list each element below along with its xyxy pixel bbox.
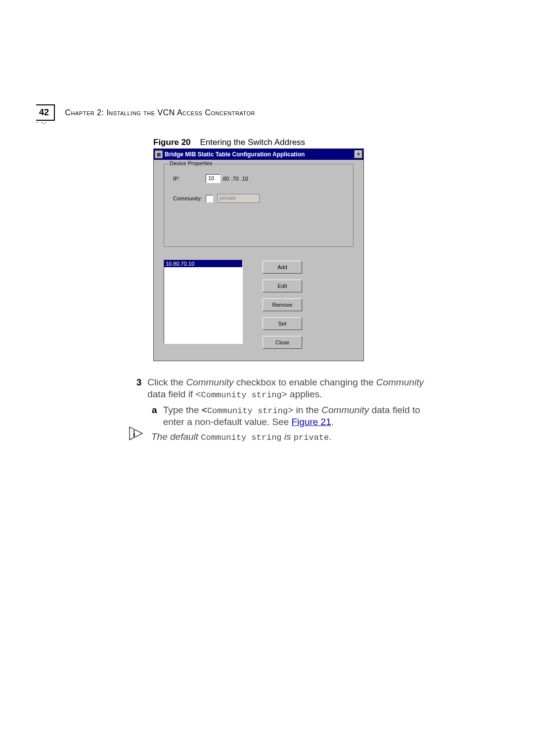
close-icon[interactable]: ×	[355, 150, 362, 158]
device-properties-fieldset: Device Properties IP: 10 .80 .70 .10 Com…	[164, 164, 354, 247]
step-3: 3 Click the Community checkbox to enable…	[134, 377, 441, 400]
figure-caption: Figure 20 Entering the Switch Address	[153, 138, 305, 147]
list-item[interactable]: 10.80.70.10	[164, 260, 242, 267]
chapter-label: Chapter 2: Installing the VCN Access Con…	[65, 108, 255, 117]
ip-octet-1[interactable]: 10	[206, 174, 221, 183]
ip-row: IP: 10 .80 .70 .10	[173, 174, 344, 183]
ip-octet-4: .10	[241, 176, 248, 182]
set-button[interactable]: Set	[263, 317, 302, 330]
svg-point-1	[133, 430, 134, 431]
ip-octet-3: .70	[231, 176, 238, 182]
remove-button[interactable]: Remove	[263, 298, 302, 311]
step-3-text: Click the Community checkbox to enable c…	[147, 377, 441, 400]
figure-link[interactable]: Figure 21	[291, 417, 331, 427]
svg-marker-0	[130, 427, 142, 440]
figure-title: Entering the Switch Address	[200, 138, 306, 147]
community-label: Community:	[173, 195, 206, 201]
community-input[interactable]: private	[217, 194, 260, 203]
close-button[interactable]: Close	[263, 336, 302, 349]
lower-area: 10.80.70.10 Add Edit Remove Set Close	[164, 260, 354, 349]
step-a: a Type the <Community string> in the Com…	[151, 404, 441, 428]
svg-rect-2	[134, 432, 134, 437]
step-a-text: Type the <Community string> in the Commu…	[163, 404, 441, 428]
info-icon	[129, 426, 145, 441]
add-button[interactable]: Add	[263, 261, 302, 274]
community-row: Community: private	[173, 194, 344, 203]
decorative-dots: ··˙˙··..·	[36, 119, 68, 129]
step-number: 3	[134, 377, 141, 400]
community-checkbox[interactable]	[206, 195, 213, 202]
device-listbox[interactable]: 10.80.70.10	[164, 260, 243, 344]
default-note: The default Community string is private.	[151, 431, 441, 443]
step-letter: a	[151, 404, 157, 428]
titlebar: ⊞ Bridge MIB Static Table Configuration …	[154, 149, 363, 160]
ip-label: IP:	[173, 176, 206, 182]
page-number: 42	[36, 104, 55, 121]
figure-number: Figure 20	[153, 138, 191, 147]
edit-button[interactable]: Edit	[263, 280, 302, 292]
ip-octet-2: .80	[222, 176, 229, 182]
window-icon: ⊞	[155, 150, 163, 158]
body-text: 3 Click the Community checkbox to enable…	[134, 377, 441, 443]
fieldset-legend: Device Properties	[168, 160, 214, 166]
dialog-window: ⊞ Bridge MIB Static Table Configuration …	[153, 148, 364, 361]
button-column: Add Edit Remove Set Close	[263, 260, 302, 349]
window-title: Bridge MIB Static Table Configuration Ap…	[165, 151, 305, 158]
page-header: 42 Chapter 2: Installing the VCN Access …	[36, 104, 268, 121]
